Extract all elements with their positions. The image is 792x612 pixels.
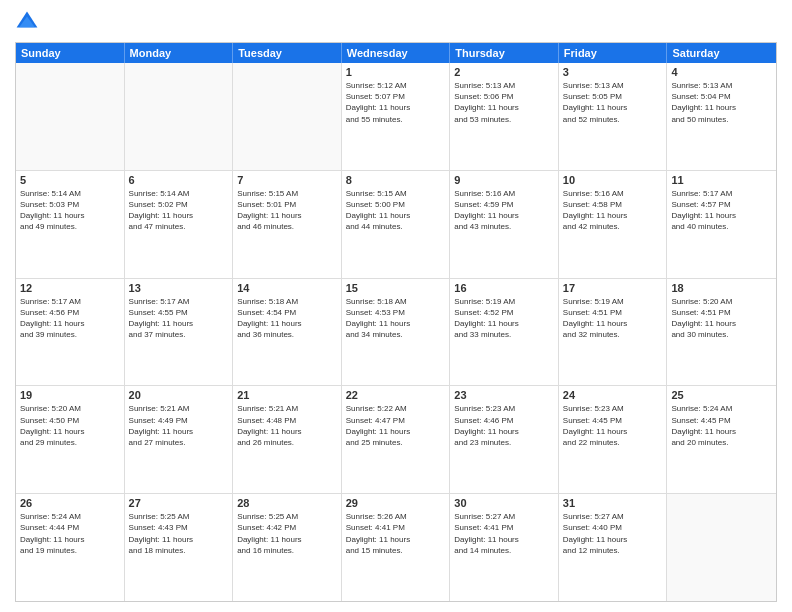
cell-info: Sunrise: 5:17 AM Sunset: 4:55 PM Dayligh… (129, 296, 229, 341)
calendar-empty-cell (667, 494, 776, 601)
calendar-week-5: 26Sunrise: 5:24 AM Sunset: 4:44 PM Dayli… (16, 494, 776, 601)
calendar-header: SundayMondayTuesdayWednesdayThursdayFrid… (16, 43, 776, 63)
cell-info: Sunrise: 5:16 AM Sunset: 4:59 PM Dayligh… (454, 188, 554, 233)
calendar-day-4: 4Sunrise: 5:13 AM Sunset: 5:04 PM Daylig… (667, 63, 776, 170)
day-number: 10 (563, 174, 663, 186)
cell-info: Sunrise: 5:13 AM Sunset: 5:05 PM Dayligh… (563, 80, 663, 125)
logo (15, 10, 43, 34)
day-number: 17 (563, 282, 663, 294)
cell-info: Sunrise: 5:16 AM Sunset: 4:58 PM Dayligh… (563, 188, 663, 233)
cell-info: Sunrise: 5:14 AM Sunset: 5:03 PM Dayligh… (20, 188, 120, 233)
cell-info: Sunrise: 5:21 AM Sunset: 4:48 PM Dayligh… (237, 403, 337, 448)
calendar-day-20: 20Sunrise: 5:21 AM Sunset: 4:49 PM Dayli… (125, 386, 234, 493)
calendar-day-14: 14Sunrise: 5:18 AM Sunset: 4:54 PM Dayli… (233, 279, 342, 386)
day-number: 6 (129, 174, 229, 186)
cell-info: Sunrise: 5:24 AM Sunset: 4:45 PM Dayligh… (671, 403, 772, 448)
day-number: 18 (671, 282, 772, 294)
day-number: 28 (237, 497, 337, 509)
calendar-day-24: 24Sunrise: 5:23 AM Sunset: 4:45 PM Dayli… (559, 386, 668, 493)
cell-info: Sunrise: 5:23 AM Sunset: 4:45 PM Dayligh… (563, 403, 663, 448)
cell-info: Sunrise: 5:25 AM Sunset: 4:42 PM Dayligh… (237, 511, 337, 556)
calendar-day-8: 8Sunrise: 5:15 AM Sunset: 5:00 PM Daylig… (342, 171, 451, 278)
day-header-friday: Friday (559, 43, 668, 63)
day-number: 2 (454, 66, 554, 78)
calendar-day-17: 17Sunrise: 5:19 AM Sunset: 4:51 PM Dayli… (559, 279, 668, 386)
day-header-monday: Monday (125, 43, 234, 63)
cell-info: Sunrise: 5:19 AM Sunset: 4:52 PM Dayligh… (454, 296, 554, 341)
calendar-day-18: 18Sunrise: 5:20 AM Sunset: 4:51 PM Dayli… (667, 279, 776, 386)
day-header-thursday: Thursday (450, 43, 559, 63)
calendar-day-22: 22Sunrise: 5:22 AM Sunset: 4:47 PM Dayli… (342, 386, 451, 493)
calendar-day-15: 15Sunrise: 5:18 AM Sunset: 4:53 PM Dayli… (342, 279, 451, 386)
calendar-day-26: 26Sunrise: 5:24 AM Sunset: 4:44 PM Dayli… (16, 494, 125, 601)
cell-info: Sunrise: 5:21 AM Sunset: 4:49 PM Dayligh… (129, 403, 229, 448)
cell-info: Sunrise: 5:25 AM Sunset: 4:43 PM Dayligh… (129, 511, 229, 556)
day-number: 13 (129, 282, 229, 294)
cell-info: Sunrise: 5:20 AM Sunset: 4:50 PM Dayligh… (20, 403, 120, 448)
cell-info: Sunrise: 5:17 AM Sunset: 4:57 PM Dayligh… (671, 188, 772, 233)
calendar-empty-cell (16, 63, 125, 170)
calendar-day-5: 5Sunrise: 5:14 AM Sunset: 5:03 PM Daylig… (16, 171, 125, 278)
cell-info: Sunrise: 5:15 AM Sunset: 5:00 PM Dayligh… (346, 188, 446, 233)
calendar-day-13: 13Sunrise: 5:17 AM Sunset: 4:55 PM Dayli… (125, 279, 234, 386)
calendar-day-1: 1Sunrise: 5:12 AM Sunset: 5:07 PM Daylig… (342, 63, 451, 170)
cell-info: Sunrise: 5:27 AM Sunset: 4:41 PM Dayligh… (454, 511, 554, 556)
calendar-day-11: 11Sunrise: 5:17 AM Sunset: 4:57 PM Dayli… (667, 171, 776, 278)
calendar-empty-cell (233, 63, 342, 170)
calendar-day-30: 30Sunrise: 5:27 AM Sunset: 4:41 PM Dayli… (450, 494, 559, 601)
day-number: 29 (346, 497, 446, 509)
calendar: SundayMondayTuesdayWednesdayThursdayFrid… (15, 42, 777, 602)
calendar-week-2: 5Sunrise: 5:14 AM Sunset: 5:03 PM Daylig… (16, 171, 776, 279)
day-number: 19 (20, 389, 120, 401)
cell-info: Sunrise: 5:20 AM Sunset: 4:51 PM Dayligh… (671, 296, 772, 341)
day-number: 30 (454, 497, 554, 509)
header (15, 10, 777, 34)
calendar-day-23: 23Sunrise: 5:23 AM Sunset: 4:46 PM Dayli… (450, 386, 559, 493)
cell-info: Sunrise: 5:13 AM Sunset: 5:06 PM Dayligh… (454, 80, 554, 125)
day-number: 12 (20, 282, 120, 294)
day-number: 14 (237, 282, 337, 294)
day-number: 31 (563, 497, 663, 509)
calendar-week-1: 1Sunrise: 5:12 AM Sunset: 5:07 PM Daylig… (16, 63, 776, 171)
day-header-saturday: Saturday (667, 43, 776, 63)
day-number: 20 (129, 389, 229, 401)
day-number: 16 (454, 282, 554, 294)
cell-info: Sunrise: 5:24 AM Sunset: 4:44 PM Dayligh… (20, 511, 120, 556)
cell-info: Sunrise: 5:14 AM Sunset: 5:02 PM Dayligh… (129, 188, 229, 233)
cell-info: Sunrise: 5:19 AM Sunset: 4:51 PM Dayligh… (563, 296, 663, 341)
day-header-sunday: Sunday (16, 43, 125, 63)
calendar-day-19: 19Sunrise: 5:20 AM Sunset: 4:50 PM Dayli… (16, 386, 125, 493)
calendar-day-27: 27Sunrise: 5:25 AM Sunset: 4:43 PM Dayli… (125, 494, 234, 601)
calendar-day-25: 25Sunrise: 5:24 AM Sunset: 4:45 PM Dayli… (667, 386, 776, 493)
calendar-day-9: 9Sunrise: 5:16 AM Sunset: 4:59 PM Daylig… (450, 171, 559, 278)
day-number: 3 (563, 66, 663, 78)
day-number: 4 (671, 66, 772, 78)
page: SundayMondayTuesdayWednesdayThursdayFrid… (0, 0, 792, 612)
cell-info: Sunrise: 5:27 AM Sunset: 4:40 PM Dayligh… (563, 511, 663, 556)
calendar-day-21: 21Sunrise: 5:21 AM Sunset: 4:48 PM Dayli… (233, 386, 342, 493)
calendar-day-31: 31Sunrise: 5:27 AM Sunset: 4:40 PM Dayli… (559, 494, 668, 601)
calendar-week-4: 19Sunrise: 5:20 AM Sunset: 4:50 PM Dayli… (16, 386, 776, 494)
day-number: 24 (563, 389, 663, 401)
calendar-day-6: 6Sunrise: 5:14 AM Sunset: 5:02 PM Daylig… (125, 171, 234, 278)
day-number: 8 (346, 174, 446, 186)
day-number: 22 (346, 389, 446, 401)
calendar-body: 1Sunrise: 5:12 AM Sunset: 5:07 PM Daylig… (16, 63, 776, 601)
cell-info: Sunrise: 5:13 AM Sunset: 5:04 PM Dayligh… (671, 80, 772, 125)
calendar-day-16: 16Sunrise: 5:19 AM Sunset: 4:52 PM Dayli… (450, 279, 559, 386)
cell-info: Sunrise: 5:12 AM Sunset: 5:07 PM Dayligh… (346, 80, 446, 125)
day-number: 21 (237, 389, 337, 401)
day-number: 1 (346, 66, 446, 78)
calendar-day-3: 3Sunrise: 5:13 AM Sunset: 5:05 PM Daylig… (559, 63, 668, 170)
day-number: 7 (237, 174, 337, 186)
day-header-tuesday: Tuesday (233, 43, 342, 63)
calendar-empty-cell (125, 63, 234, 170)
day-number: 9 (454, 174, 554, 186)
cell-info: Sunrise: 5:17 AM Sunset: 4:56 PM Dayligh… (20, 296, 120, 341)
day-number: 11 (671, 174, 772, 186)
logo-icon (15, 10, 39, 34)
calendar-day-7: 7Sunrise: 5:15 AM Sunset: 5:01 PM Daylig… (233, 171, 342, 278)
cell-info: Sunrise: 5:26 AM Sunset: 4:41 PM Dayligh… (346, 511, 446, 556)
calendar-day-2: 2Sunrise: 5:13 AM Sunset: 5:06 PM Daylig… (450, 63, 559, 170)
calendar-day-28: 28Sunrise: 5:25 AM Sunset: 4:42 PM Dayli… (233, 494, 342, 601)
